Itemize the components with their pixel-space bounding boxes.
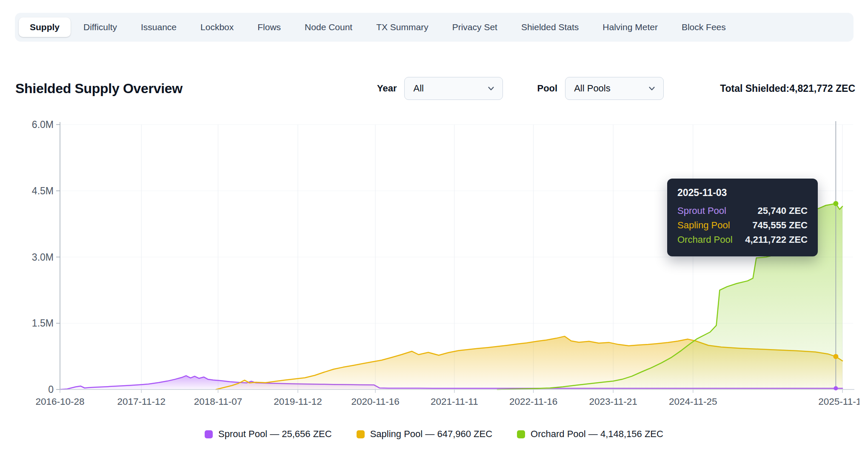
legend-label: Sprout Pool — 25,656 ZEC bbox=[218, 429, 332, 440]
legend-item-orchard-pool[interactable]: Orchard Pool — 4,148,156 ZEC bbox=[517, 429, 663, 440]
total-shielded-label: Total Shielded: bbox=[720, 83, 789, 94]
x-tick-label: 2022-11-16 bbox=[509, 396, 557, 407]
crosshair-dot-orchard-pool bbox=[833, 201, 838, 206]
page-title: Shielded Supply Overview bbox=[15, 81, 183, 97]
toolbar: Shielded Supply Overview Year All Pool A… bbox=[15, 74, 855, 102]
legend-swatch bbox=[205, 430, 213, 438]
legend-swatch bbox=[517, 430, 525, 438]
supply-area-chart: 01.5M3.0M4.5M6.0M2016-10-282017-11-12201… bbox=[13, 118, 859, 418]
x-tick-label: 2023-11-21 bbox=[589, 396, 637, 407]
tooltip-series-label: Sapling Pool bbox=[677, 218, 730, 233]
x-tick-label: 2016-10-28 bbox=[35, 396, 84, 407]
x-tick-label: 2021-11-11 bbox=[431, 396, 478, 407]
year-select[interactable]: All bbox=[404, 77, 503, 100]
total-shielded-value: 4,821,772 ZEC bbox=[789, 83, 855, 94]
legend-label: Orchard Pool — 4,148,156 ZEC bbox=[531, 429, 663, 440]
tab-difficulty[interactable]: Difficulty bbox=[72, 17, 128, 37]
legend-item-sprout-pool[interactable]: Sprout Pool — 25,656 ZEC bbox=[205, 429, 332, 440]
legend-label: Sapling Pool — 647,960 ZEC bbox=[370, 429, 492, 440]
tooltip-row-sprout-pool: Sprout Pool25,740 ZEC bbox=[677, 204, 808, 218]
tooltip-series-value: 4,211,722 ZEC bbox=[745, 233, 808, 247]
pool-filter-group: Pool All Pools bbox=[537, 77, 664, 100]
crosshair-dot-sapling-pool bbox=[833, 354, 838, 359]
tab-supply[interactable]: Supply bbox=[19, 17, 71, 37]
chart-filters: Year All Pool All Pools Total Shielded:4… bbox=[377, 77, 855, 100]
total-shielded: Total Shielded:4,821,772 ZEC bbox=[720, 83, 855, 94]
supply-chart[interactable]: 01.5M3.0M4.5M6.0M2016-10-282017-11-12201… bbox=[13, 118, 859, 418]
x-tick-label: 2020-11-16 bbox=[351, 396, 399, 407]
y-tick-label: 0 bbox=[48, 384, 54, 395]
x-tick-label: 2019-11-12 bbox=[274, 396, 322, 407]
tooltip-date: 2025-11-03 bbox=[677, 187, 808, 199]
pool-filter-label: Pool bbox=[537, 83, 557, 94]
y-tick-label: 3.0M bbox=[32, 252, 54, 263]
tab-privacy-set[interactable]: Privacy Set bbox=[441, 17, 508, 37]
selected-year-value: All bbox=[413, 83, 423, 94]
tab-block-fees[interactable]: Block Fees bbox=[671, 17, 737, 37]
pool-select[interactable]: All Pools bbox=[565, 77, 664, 100]
chevron-down-icon bbox=[486, 84, 496, 93]
tooltip-series-value: 745,555 ZEC bbox=[752, 218, 808, 233]
x-tick-label: 2018-11-07 bbox=[194, 396, 242, 407]
chart-tooltip: 2025-11-03 Sprout Pool25,740 ZECSapling … bbox=[667, 179, 818, 256]
tab-node-count[interactable]: Node Count bbox=[294, 17, 363, 37]
tab-tx-summary[interactable]: TX Summary bbox=[365, 17, 440, 37]
legend-swatch bbox=[357, 430, 365, 438]
tooltip-row-sapling-pool: Sapling Pool745,555 ZEC bbox=[677, 218, 808, 233]
x-tick-label: 2025-11-19 bbox=[818, 396, 859, 407]
crosshair-dot-sprout-pool bbox=[834, 386, 838, 390]
tab-shielded-stats[interactable]: Shielded Stats bbox=[510, 17, 590, 37]
tooltip-series-label: Orchard Pool bbox=[677, 233, 733, 247]
tooltip-series-label: Sprout Pool bbox=[677, 204, 726, 218]
tooltip-rows: Sprout Pool25,740 ZECSapling Pool745,555… bbox=[677, 204, 808, 247]
y-tick-label: 1.5M bbox=[32, 318, 54, 329]
year-filter-group: Year All bbox=[377, 77, 503, 100]
tab-halving-meter[interactable]: Halving Meter bbox=[591, 17, 669, 37]
chevron-down-icon bbox=[647, 84, 657, 93]
tooltip-series-value: 25,740 ZEC bbox=[758, 204, 808, 218]
y-tick-label: 6.0M bbox=[32, 119, 54, 130]
x-tick-label: 2024-11-25 bbox=[669, 396, 717, 407]
x-tick-label: 2017-11-12 bbox=[117, 396, 166, 407]
selected-pool-value: All Pools bbox=[574, 83, 611, 94]
tab-issuance[interactable]: Issuance bbox=[130, 17, 188, 37]
tab-lockbox[interactable]: Lockbox bbox=[189, 17, 245, 37]
year-filter-label: Year bbox=[377, 83, 397, 94]
tab-flows[interactable]: Flows bbox=[246, 17, 292, 37]
y-tick-label: 4.5M bbox=[32, 185, 54, 196]
tooltip-row-orchard-pool: Orchard Pool4,211,722 ZEC bbox=[677, 233, 808, 247]
chart-legend: Sprout Pool — 25,656 ZECSapling Pool — 6… bbox=[0, 429, 868, 440]
tab-bar: SupplyDifficultyIssuanceLockboxFlowsNode… bbox=[15, 13, 854, 42]
legend-item-sapling-pool[interactable]: Sapling Pool — 647,960 ZEC bbox=[357, 429, 492, 440]
